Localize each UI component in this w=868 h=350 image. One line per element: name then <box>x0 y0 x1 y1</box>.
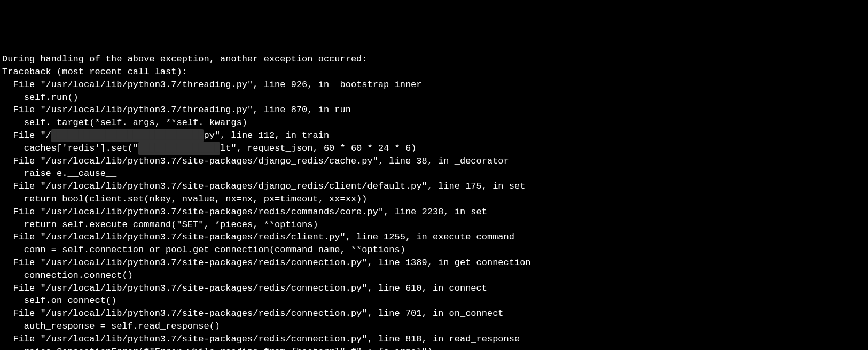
file-suffix: py", line 112, in train <box>204 130 329 141</box>
traceback-file-line: File "/usr/local/lib/python3.7/site-pack… <box>2 231 866 244</box>
redacted-text: ███████████████ <box>138 142 220 155</box>
traceback-code-line-redacted: caches['redis'].set("███████████████lt",… <box>2 142 866 155</box>
traceback-file-line: File "/usr/local/lib/python3.7/threading… <box>2 104 866 116</box>
traceback-file-line: File "/usr/local/lib/python3.7/site-pack… <box>2 206 866 219</box>
traceback-code-line: raise ConnectionError(f"Error while read… <box>2 346 866 350</box>
redacted-text: ████████████████████████████ <box>51 129 204 142</box>
traceback-code-line: connection.connect() <box>2 269 866 282</box>
traceback-file-line: File "/usr/local/lib/python3.7/site-pack… <box>2 256 866 269</box>
traceback-code-line: return bool(client.set(nkey, nvalue, nx=… <box>2 193 866 206</box>
traceback-code-line: return self.execute_command("SET", *piec… <box>2 219 866 231</box>
traceback-file-line: File "/usr/local/lib/python3.7/site-pack… <box>2 155 866 168</box>
file-prefix: File "/ <box>2 130 51 141</box>
terminal-output[interactable]: During handling of the above exception, … <box>2 53 866 350</box>
traceback-header: Traceback (most recent call last): <box>2 66 866 79</box>
traceback-file-line: File "/usr/local/lib/python3.7/site-pack… <box>2 180 866 193</box>
code-suffix: lt", request_json, 60 * 60 * 24 * 6) <box>220 143 416 153</box>
traceback-code-line: self.on_connect() <box>2 294 866 307</box>
traceback-file-line: File "/usr/local/lib/python3.7/threading… <box>2 79 866 91</box>
exception-header: During handling of the above exception, … <box>2 53 866 66</box>
traceback-code-line: self._target(*self._args, **self._kwargs… <box>2 116 866 129</box>
traceback-code-line: self.run() <box>2 91 866 104</box>
traceback-code-line: raise e.__cause__ <box>2 167 866 180</box>
traceback-code-line: auth_response = self.read_response() <box>2 320 866 333</box>
traceback-code-line: conn = self.connection or pool.get_conne… <box>2 244 866 256</box>
traceback-file-line: File "/usr/local/lib/python3.7/site-pack… <box>2 333 866 346</box>
traceback-file-line: File "/usr/local/lib/python3.7/site-pack… <box>2 282 866 295</box>
code-prefix: caches['redis'].set(" <box>2 143 138 153</box>
traceback-file-line-redacted: File "/████████████████████████████py", … <box>2 129 866 142</box>
traceback-file-line: File "/usr/local/lib/python3.7/site-pack… <box>2 307 866 320</box>
